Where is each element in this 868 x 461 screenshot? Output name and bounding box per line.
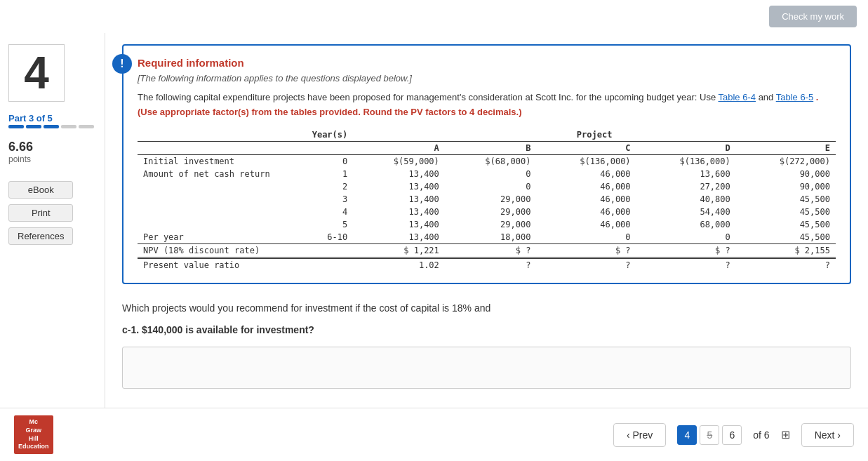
cell-a: 1.02 [353, 258, 445, 272]
table-6-5-link[interactable]: Table 6-5 [776, 92, 813, 102]
cell-a: 13,400 [353, 168, 445, 180]
cell-d: 40,800 [636, 193, 736, 206]
prev-button[interactable]: ‹ Prev [613, 423, 666, 447]
cell-d: 13,600 [636, 168, 736, 180]
logo-line-4: Education [18, 443, 49, 451]
project-header: Project [353, 128, 836, 142]
cell-e: 45,500 [736, 218, 836, 231]
table-row: 4 13,400 29,000 46,000 54,400 45,500 [138, 206, 836, 218]
cell-years: 6-10 [278, 231, 353, 244]
cell-label [138, 206, 278, 218]
question-text: Which projects would you recommend for i… [122, 301, 851, 316]
cell-e: 45,500 [736, 206, 836, 218]
progress-dot-2 [26, 125, 41, 128]
page-num-4[interactable]: 4 [677, 425, 697, 445]
cell-d: 0 [636, 231, 736, 244]
table-row: Per year 6-10 13,400 18,000 0 0 45,500 [138, 231, 836, 244]
cell-b: 18,000 [445, 231, 537, 244]
of-label: of 6 [753, 429, 769, 441]
cell-d: ? [636, 258, 736, 272]
cell-years [278, 243, 353, 258]
cell-d: 68,000 [636, 218, 736, 231]
cell-a: $ 1,221 [353, 243, 445, 258]
page-container: Check my work 4 Part 3 of 5 6.66 points [0, 0, 868, 461]
table-row: 2 13,400 0 46,000 27,200 90,000 [138, 180, 836, 193]
col-header-label [138, 128, 278, 142]
logo-line-2: Graw [26, 427, 42, 435]
page-num-6[interactable]: 6 [722, 425, 742, 445]
cell-b: 29,000 [445, 206, 537, 218]
cell-label: Amount of net cash return [138, 168, 278, 180]
cell-b: $ ? [445, 243, 537, 258]
col-header-d: D [636, 141, 736, 154]
cell-b: ? [445, 258, 537, 272]
col-header-e: E [736, 141, 836, 154]
progress-dot-3 [44, 125, 59, 128]
cell-c: 46,000 [536, 218, 636, 231]
part-info: Part 3 of 5 [8, 113, 94, 128]
info-icon: ! [112, 54, 132, 74]
table-row: Initial investment 0 $(59,000) $(68,000)… [138, 154, 836, 168]
col-header-b: B [445, 141, 537, 154]
progress-dot-4 [61, 125, 76, 128]
cell-label [138, 193, 278, 206]
question-sub: c-1. $140,000 is available for investmen… [122, 324, 851, 335]
grid-icon[interactable]: ⊞ [781, 428, 790, 441]
info-box: ! Required information [The following in… [122, 44, 851, 284]
mcgraw-logo: Mc Graw Hill Education [14, 415, 53, 454]
sidebar: 4 Part 3 of 5 6.66 points eBook Print Re… [0, 33, 105, 408]
sub-header-years [278, 141, 353, 154]
cell-years: 5 [278, 218, 353, 231]
col-header-years: Year(s) [278, 128, 353, 142]
cell-e: ? [736, 258, 836, 272]
points-value: 6.66 [8, 140, 33, 154]
cell-years: 1 [278, 168, 353, 180]
cell-c: ? [536, 258, 636, 272]
progress-dot-5 [79, 125, 94, 128]
points-info: 6.66 points [8, 140, 33, 164]
question-number: 4 [8, 44, 65, 102]
cell-d: 27,200 [636, 180, 736, 193]
cell-e: 90,000 [736, 168, 836, 180]
cell-e: $(272,000) [736, 154, 836, 168]
cell-label [138, 180, 278, 193]
cell-d: $ ? [636, 243, 736, 258]
cell-label: Per year [138, 231, 278, 244]
cell-c: 46,000 [536, 168, 636, 180]
info-text-2: and [759, 92, 776, 102]
cell-e: 45,500 [736, 231, 836, 244]
table-row: 3 13,400 29,000 46,000 40,800 45,500 [138, 193, 836, 206]
part-label: Part 3 of 5 [8, 113, 94, 123]
sidebar-links: eBook Print References [8, 181, 73, 245]
table-6-4-link[interactable]: Table 6-4 [719, 92, 756, 102]
cell-c: 46,000 [536, 180, 636, 193]
info-body: The following capital expenditure projec… [138, 91, 836, 120]
table-row-pvr: Present value ratio 1.02 ? ? ? ? [138, 258, 836, 272]
cell-e: 90,000 [736, 180, 836, 193]
answer-area[interactable] [122, 347, 851, 389]
info-subtitle: [The following information applies to th… [138, 73, 836, 83]
logo-line-3: Hill [29, 435, 39, 443]
project-table: Year(s) Project A B C D E [138, 128, 836, 272]
cell-label: NPV (18% discount rate) [138, 243, 278, 258]
ebook-link[interactable]: eBook [8, 181, 73, 199]
cell-years: 0 [278, 154, 353, 168]
references-link[interactable]: References [8, 227, 73, 245]
cell-a: 13,400 [353, 206, 445, 218]
cell-a: 13,400 [353, 180, 445, 193]
progress-dot-1 [8, 125, 24, 128]
bottom-bar: Mc Graw Hill Education ‹ Prev 4 5 6 of 6… [0, 408, 868, 461]
cell-years: 3 [278, 193, 353, 206]
part-progress [8, 125, 94, 128]
print-link[interactable]: Print [8, 204, 73, 222]
cell-d: $(136,000) [636, 154, 736, 168]
top-bar: Check my work [0, 0, 868, 33]
page-num-5[interactable]: 5 [700, 425, 719, 445]
next-button[interactable]: Next › [801, 423, 854, 447]
cell-c: $ ? [536, 243, 636, 258]
logo-line-1: Mc [29, 418, 39, 427]
cell-e: $ 2,155 [736, 243, 836, 258]
cell-c: $(136,000) [536, 154, 636, 168]
cell-c: 0 [536, 231, 636, 244]
check-my-work-button[interactable]: Check my work [769, 6, 857, 27]
